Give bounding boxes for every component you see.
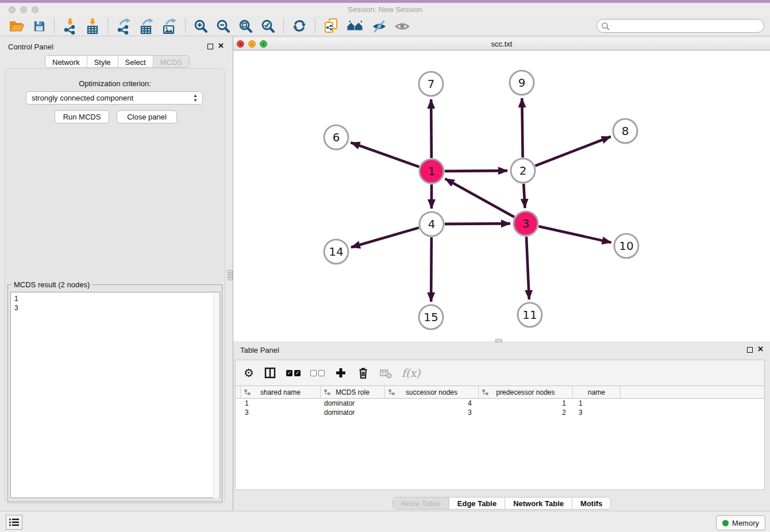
network-window-titlebar[interactable]: ✕ − + scc.txt	[233, 38, 770, 51]
zoom-out-button[interactable]	[212, 16, 234, 36]
graph-node-label-6: 6	[333, 130, 340, 144]
toolbar-separator	[54, 18, 55, 33]
criterion-dropdown[interactable]: strongly connected component ▲▼	[26, 91, 203, 105]
status-bar: Memory	[0, 511, 770, 532]
split-columns-icon	[264, 367, 276, 379]
export-image-button[interactable]	[158, 16, 181, 36]
unselect-all-columns-button[interactable]	[310, 364, 325, 381]
result-line: 1	[14, 294, 216, 303]
cell-shared-name: 3	[241, 408, 321, 417]
delete-table-button[interactable]	[379, 364, 392, 381]
close-panel-icon[interactable]: ✕	[757, 345, 764, 354]
zoom-selected-button[interactable]	[257, 16, 279, 36]
save-session-button[interactable]	[29, 16, 50, 36]
graph-node-label-4: 4	[428, 217, 436, 231]
refresh-icon	[292, 18, 307, 33]
delete-column-button[interactable]	[357, 364, 369, 381]
open-session-button[interactable]	[5, 16, 29, 36]
cell-predecessor-nodes: 1	[479, 399, 573, 408]
home-layout-button[interactable]	[342, 16, 368, 36]
control-panel-title: Control Panel	[8, 43, 53, 51]
column-header-predecessor-nodes[interactable]: predecessor nodes	[479, 386, 573, 398]
task-history-button[interactable]	[6, 515, 22, 530]
graph-edge-1-2[interactable]	[445, 171, 507, 171]
export-table-button[interactable]	[135, 16, 158, 36]
column-header-mcds-role[interactable]: MCDS role	[321, 386, 385, 398]
cell-shared-name: 1	[241, 399, 321, 408]
row-stub	[236, 386, 241, 398]
fit-content-icon	[238, 19, 253, 33]
network-canvas[interactable]: 1234678910111415	[233, 51, 770, 341]
tab-style[interactable]: Style	[87, 56, 118, 68]
graph-edge-1-6[interactable]	[351, 142, 419, 167]
toolbar-separator	[107, 18, 108, 33]
column-header-name[interactable]: name	[573, 386, 621, 398]
graph-edge-4-15[interactable]	[431, 237, 432, 302]
mcds-result-textarea[interactable]: 1 3	[10, 292, 220, 498]
export-table-icon	[139, 18, 154, 34]
graph-node-label-3: 3	[522, 217, 530, 230]
divider-grip[interactable]	[228, 270, 233, 280]
column-header-shared-name[interactable]: shared name	[241, 386, 321, 398]
float-panel-icon[interactable]	[747, 347, 753, 353]
tab-select[interactable]: Select	[118, 56, 153, 68]
graph-edge-1-7[interactable]	[431, 99, 432, 158]
graph-node-label-2: 2	[519, 164, 527, 178]
table-toolbar: ⚙ ✓✓ f(x	[236, 360, 764, 385]
memory-status-icon	[722, 520, 729, 526]
column-header-successor-nodes[interactable]: successor nodes	[385, 386, 479, 398]
export-image-icon	[162, 18, 177, 34]
show-graphics-details-button[interactable]	[391, 16, 414, 36]
refresh-view-button[interactable]	[288, 16, 311, 36]
window-title: Session: New Session	[0, 5, 770, 14]
open-folder-icon	[9, 19, 25, 33]
table-settings-button[interactable]: ⚙	[244, 364, 254, 381]
select-all-columns-button[interactable]: ✓✓	[286, 364, 301, 381]
table-row[interactable]: 1 dominator 4 1 1	[236, 399, 764, 408]
float-panel-icon[interactable]	[207, 44, 213, 49]
toolbar-separator	[315, 18, 315, 33]
mcds-result-group: MCDS result (2 nodes) 1 3	[7, 284, 222, 502]
close-panel-icon[interactable]: ✕	[218, 41, 224, 51]
graph-edge-2-9[interactable]	[522, 98, 522, 157]
graph-edge-2-3[interactable]	[523, 184, 525, 208]
network-window: ✕ − + scc.txt 1234678910111415	[233, 38, 770, 341]
graph-edge-3-11[interactable]	[526, 237, 529, 299]
search-input[interactable]	[612, 20, 759, 32]
close-panel-button[interactable]: Close panel	[117, 110, 177, 124]
graph-edge-2-8[interactable]	[535, 137, 610, 166]
fit-content-button[interactable]	[234, 16, 257, 36]
add-column-button[interactable]	[334, 364, 347, 381]
search-icon	[601, 22, 610, 31]
tab-node-table[interactable]: Node Table	[393, 498, 449, 509]
table-row[interactable]: 3 dominator 3 2 3	[236, 408, 764, 417]
graph-edge-3-1[interactable]	[445, 179, 514, 217]
function-builder-button[interactable]: f(x)	[402, 364, 421, 381]
import-table-button[interactable]	[81, 16, 103, 36]
optimization-criterion-label: Optimization criterion:	[5, 79, 225, 88]
cell-name: 1	[573, 399, 621, 408]
run-mcds-button[interactable]: Run MCDS	[55, 110, 109, 124]
result-scrollbar[interactable]	[213, 293, 219, 498]
zoom-in-button[interactable]	[190, 16, 212, 36]
graph-edge-3-10[interactable]	[538, 226, 611, 242]
function-icon: f(x)	[402, 367, 421, 379]
export-network-button[interactable]	[112, 16, 135, 36]
import-network-button[interactable]	[59, 16, 81, 36]
graph-edge-4-14[interactable]	[351, 228, 419, 247]
graph-edge-4-3[interactable]	[445, 223, 510, 224]
tab-network-table[interactable]: Network Table	[505, 498, 572, 509]
show-column-panel-button[interactable]	[264, 364, 276, 381]
tab-mcds[interactable]: MCDS	[153, 56, 189, 68]
delete-table-icon	[379, 367, 392, 379]
clone-network-button[interactable]	[319, 16, 342, 36]
task-list-icon	[9, 518, 20, 527]
eye-icon	[395, 19, 410, 33]
cell-mcds-role: dominator	[321, 408, 385, 417]
chevron-up-down-icon: ▲▼	[193, 94, 198, 103]
tab-network[interactable]: Network	[45, 56, 87, 68]
tab-motifs[interactable]: Motifs	[572, 498, 610, 509]
hide-graphics-details-button[interactable]	[368, 16, 391, 36]
tab-edge-table[interactable]: Edge Table	[449, 498, 505, 509]
memory-button[interactable]: Memory	[716, 515, 765, 530]
